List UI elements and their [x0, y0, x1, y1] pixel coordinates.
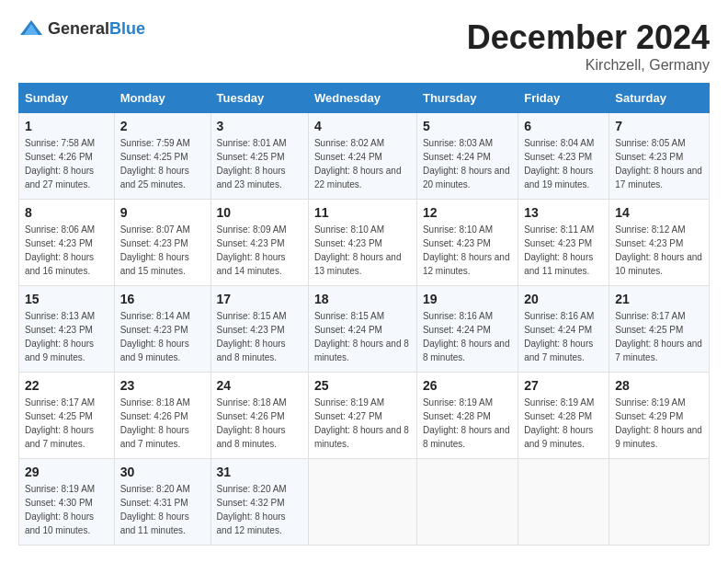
day-number: 15	[25, 292, 108, 306]
day-cell: 2Sunrise: 7:59 AMSunset: 4:25 PMDaylight…	[114, 113, 210, 200]
day-number: 23	[120, 378, 205, 393]
week-row-2: 8Sunrise: 8:06 AMSunset: 4:23 PMDaylight…	[19, 200, 710, 286]
day-info: Sunrise: 8:20 AMSunset: 4:32 PMDaylight:…	[217, 482, 302, 537]
day-number: 20	[524, 292, 603, 306]
day-number: 24	[217, 378, 302, 393]
day-cell: 26Sunrise: 8:19 AMSunset: 4:28 PMDayligh…	[416, 373, 518, 459]
day-number: 5	[423, 119, 512, 133]
day-cell: 30Sunrise: 8:20 AMSunset: 4:31 PMDayligh…	[114, 459, 210, 546]
header-thursday: Thursday	[416, 84, 518, 113]
day-info: Sunrise: 8:19 AMSunset: 4:28 PMDaylight:…	[524, 396, 603, 451]
month-title: December 2024	[467, 18, 710, 57]
day-info: Sunrise: 8:18 AMSunset: 4:26 PMDaylight:…	[217, 396, 302, 451]
day-cell: 14Sunrise: 8:12 AMSunset: 4:23 PMDayligh…	[609, 200, 710, 286]
week-row-5: 29Sunrise: 8:19 AMSunset: 4:30 PMDayligh…	[19, 459, 710, 546]
day-number: 19	[423, 292, 512, 306]
day-info: Sunrise: 8:02 AMSunset: 4:24 PMDaylight:…	[314, 136, 411, 191]
day-number: 28	[615, 378, 703, 393]
day-cell: 1Sunrise: 7:58 AMSunset: 4:26 PMDaylight…	[19, 113, 115, 200]
header-wednesday: Wednesday	[308, 84, 416, 113]
day-cell: 8Sunrise: 8:06 AMSunset: 4:23 PMDaylight…	[19, 200, 115, 286]
day-cell	[609, 459, 710, 546]
day-info: Sunrise: 8:15 AMSunset: 4:23 PMDaylight:…	[217, 309, 302, 364]
day-number: 29	[25, 465, 108, 479]
day-cell: 10Sunrise: 8:09 AMSunset: 4:23 PMDayligh…	[210, 200, 308, 286]
day-number: 27	[524, 378, 603, 393]
day-info: Sunrise: 8:10 AMSunset: 4:23 PMDaylight:…	[423, 223, 512, 278]
day-cell: 16Sunrise: 8:14 AMSunset: 4:23 PMDayligh…	[114, 286, 210, 373]
day-number: 17	[217, 292, 302, 306]
day-info: Sunrise: 8:15 AMSunset: 4:24 PMDaylight:…	[314, 309, 411, 364]
day-cell: 15Sunrise: 8:13 AMSunset: 4:23 PMDayligh…	[19, 286, 115, 373]
day-info: Sunrise: 8:16 AMSunset: 4:24 PMDaylight:…	[524, 309, 603, 364]
day-cell: 12Sunrise: 8:10 AMSunset: 4:23 PMDayligh…	[416, 200, 518, 286]
day-cell: 9Sunrise: 8:07 AMSunset: 4:23 PMDaylight…	[114, 200, 210, 286]
day-cell: 25Sunrise: 8:19 AMSunset: 4:27 PMDayligh…	[308, 373, 416, 459]
day-cell: 24Sunrise: 8:18 AMSunset: 4:26 PMDayligh…	[210, 373, 308, 459]
day-number: 4	[314, 119, 411, 133]
day-number: 6	[524, 119, 603, 133]
day-cell: 22Sunrise: 8:17 AMSunset: 4:25 PMDayligh…	[19, 373, 115, 459]
day-number: 22	[25, 378, 108, 393]
header-tuesday: Tuesday	[210, 84, 308, 113]
page-header: GeneralBlue December 2024 Kirchzell, Ger…	[18, 18, 710, 74]
day-cell: 4Sunrise: 8:02 AMSunset: 4:24 PMDaylight…	[308, 113, 416, 200]
day-cell: 18Sunrise: 8:15 AMSunset: 4:24 PMDayligh…	[308, 286, 416, 373]
day-number: 30	[120, 465, 205, 479]
day-info: Sunrise: 8:04 AMSunset: 4:23 PMDaylight:…	[524, 136, 603, 191]
day-info: Sunrise: 8:11 AMSunset: 4:23 PMDaylight:…	[524, 223, 603, 278]
calendar-table: SundayMondayTuesdayWednesdayThursdayFrid…	[18, 83, 710, 546]
logo: GeneralBlue	[18, 18, 145, 39]
day-number: 13	[524, 205, 603, 220]
header-friday: Friday	[518, 84, 609, 113]
day-cell: 23Sunrise: 8:18 AMSunset: 4:26 PMDayligh…	[114, 373, 210, 459]
day-cell: 3Sunrise: 8:01 AMSunset: 4:25 PMDaylight…	[210, 113, 308, 200]
day-number: 26	[423, 378, 512, 393]
title-area: December 2024 Kirchzell, Germany	[467, 18, 710, 74]
day-number: 10	[217, 205, 302, 220]
day-info: Sunrise: 8:13 AMSunset: 4:23 PMDaylight:…	[25, 309, 108, 364]
day-cell: 13Sunrise: 8:11 AMSunset: 4:23 PMDayligh…	[518, 200, 609, 286]
day-cell: 28Sunrise: 8:19 AMSunset: 4:29 PMDayligh…	[609, 373, 710, 459]
day-info: Sunrise: 8:03 AMSunset: 4:24 PMDaylight:…	[423, 136, 512, 191]
day-cell: 21Sunrise: 8:17 AMSunset: 4:25 PMDayligh…	[609, 286, 710, 373]
day-number: 12	[423, 205, 512, 220]
day-number: 21	[615, 292, 703, 306]
day-number: 16	[120, 292, 205, 306]
day-cell: 6Sunrise: 8:04 AMSunset: 4:23 PMDaylight…	[518, 113, 609, 200]
day-cell	[416, 459, 518, 546]
day-cell	[518, 459, 609, 546]
day-cell: 19Sunrise: 8:16 AMSunset: 4:24 PMDayligh…	[416, 286, 518, 373]
day-info: Sunrise: 8:07 AMSunset: 4:23 PMDaylight:…	[120, 223, 205, 278]
day-number: 1	[25, 119, 108, 133]
day-info: Sunrise: 7:58 AMSunset: 4:26 PMDaylight:…	[25, 136, 108, 191]
day-cell: 27Sunrise: 8:19 AMSunset: 4:28 PMDayligh…	[518, 373, 609, 459]
day-info: Sunrise: 8:19 AMSunset: 4:28 PMDaylight:…	[423, 396, 512, 451]
day-cell: 5Sunrise: 8:03 AMSunset: 4:24 PMDaylight…	[416, 113, 518, 200]
day-number: 9	[120, 205, 205, 220]
day-info: Sunrise: 8:19 AMSunset: 4:30 PMDaylight:…	[25, 482, 108, 537]
day-number: 25	[314, 378, 411, 393]
header-monday: Monday	[114, 84, 210, 113]
day-cell: 20Sunrise: 8:16 AMSunset: 4:24 PMDayligh…	[518, 286, 609, 373]
day-cell: 17Sunrise: 8:15 AMSunset: 4:23 PMDayligh…	[210, 286, 308, 373]
day-info: Sunrise: 8:10 AMSunset: 4:23 PMDaylight:…	[314, 223, 411, 278]
day-info: Sunrise: 8:01 AMSunset: 4:25 PMDaylight:…	[217, 136, 302, 191]
day-number: 31	[217, 465, 302, 479]
logo-text-general: General	[48, 19, 109, 38]
day-number: 7	[615, 119, 703, 133]
logo-text-blue: Blue	[109, 19, 145, 38]
day-info: Sunrise: 8:06 AMSunset: 4:23 PMDaylight:…	[25, 223, 108, 278]
day-number: 8	[25, 205, 108, 220]
day-info: Sunrise: 8:12 AMSunset: 4:23 PMDaylight:…	[615, 223, 703, 278]
day-cell: 29Sunrise: 8:19 AMSunset: 4:30 PMDayligh…	[19, 459, 115, 546]
day-number: 2	[120, 119, 205, 133]
day-info: Sunrise: 8:17 AMSunset: 4:25 PMDaylight:…	[615, 309, 703, 364]
day-info: Sunrise: 8:05 AMSunset: 4:23 PMDaylight:…	[615, 136, 703, 191]
day-info: Sunrise: 8:14 AMSunset: 4:23 PMDaylight:…	[120, 309, 205, 364]
day-info: Sunrise: 8:20 AMSunset: 4:31 PMDaylight:…	[120, 482, 205, 537]
day-number: 3	[217, 119, 302, 133]
day-cell: 11Sunrise: 8:10 AMSunset: 4:23 PMDayligh…	[308, 200, 416, 286]
day-info: Sunrise: 8:17 AMSunset: 4:25 PMDaylight:…	[25, 396, 108, 451]
location-title: Kirchzell, Germany	[467, 57, 710, 74]
